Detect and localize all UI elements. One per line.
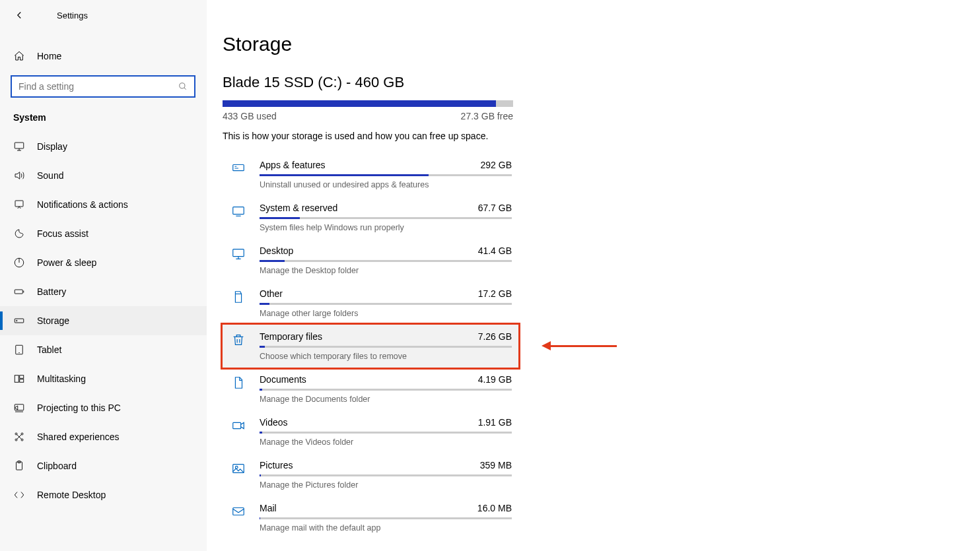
sound-icon [13,170,25,181]
search-input[interactable] [18,81,178,92]
category-apps[interactable]: Apps & features292 GBUninstall unused or… [223,153,518,196]
home-icon [13,50,25,62]
category-other[interactable]: Other17.2 GBManage other large folders [223,282,518,325]
category-bar [260,389,512,391]
svg-rect-9 [20,375,24,379]
category-desc: Manage the Pictures folder [260,480,512,490]
overall-stats: 433 GB used 27.3 GB free [223,111,513,121]
category-pictures[interactable]: Pictures359 MBManage the Pictures folder [223,453,518,496]
remote-icon [13,489,25,501]
sidebar-item-home[interactable]: Home [0,44,207,69]
sidebar-item-storage[interactable]: Storage [0,306,207,335]
sidebar-item-label: Remote Desktop [37,490,106,500]
category-list: Apps & features292 GBUninstall unused or… [223,153,518,539]
svg-rect-4 [15,290,22,294]
category-desktop[interactable]: Desktop41.4 GBManage the Desktop folder [223,239,518,282]
category-body: Pictures359 MBManage the Pictures folder [260,460,512,490]
category-desc: Uninstall unused or undesired apps & fea… [260,180,512,189]
category-label: Videos [260,417,288,428]
category-desc: System files help Windows run properly [260,223,512,232]
system-icon [229,203,248,232]
sidebar-item-battery[interactable]: Battery [0,277,207,306]
svg-rect-10 [20,379,24,383]
category-desc: Choose which temporary files to remove [260,352,512,361]
category-mail[interactable]: Mail16.0 MBManage mail with the default … [223,496,518,539]
sidebar-item-display[interactable]: Display [0,132,207,161]
sidebar-item-label: Focus assist [37,228,88,239]
sidebar-item-label: Display [37,141,67,152]
category-bar [260,303,512,305]
sidebar-item-label: Power & sleep [37,257,96,268]
category-temp[interactable]: Temporary files7.26 GBChoose which tempo… [223,325,518,368]
back-button[interactable] [13,9,25,21]
focus-icon [13,228,25,240]
category-size: 16.0 MB [477,503,512,513]
overall-usage-fill [223,100,496,107]
sidebar-item-shared[interactable]: Shared experiences [0,422,207,451]
category-size: 67.7 GB [478,203,512,213]
category-size: 41.4 GB [478,245,512,256]
search-box[interactable] [11,75,195,98]
category-label: Other [260,288,283,299]
search-wrap [0,69,207,104]
clipboard-icon [13,460,25,472]
sidebar-item-clipboard[interactable]: Clipboard [0,451,207,480]
arrow-line [551,345,617,347]
sidebar-item-label: Multitasking [37,373,86,384]
sidebar-item-focus[interactable]: Focus assist [0,219,207,248]
svg-point-23 [235,466,238,469]
main-content: Storage Blade 15 SSD (C:) - 460 GB 433 G… [207,0,980,551]
search-icon [178,82,188,91]
svg-point-0 [180,83,185,88]
display-icon [13,141,25,152]
category-desc: Manage the Desktop folder [260,266,512,275]
apps-icon [229,160,248,189]
category-body: Desktop41.4 GBManage the Desktop folder [260,245,512,275]
sidebar-item-multitasking[interactable]: Multitasking [0,364,207,393]
pictures-icon [229,460,248,490]
temp-icon [229,331,248,361]
free-label: 27.3 GB free [461,111,513,121]
category-desc: Manage mail with the default app [260,523,512,533]
annotation-arrow [542,341,617,350]
sidebar-item-sound[interactable]: Sound [0,161,207,190]
other-icon [229,288,248,318]
svg-rect-20 [233,249,244,257]
sidebar-item-label: Projecting to this PC [37,403,121,413]
overall-usage-bar [223,100,513,107]
category-label: System & reserved [260,203,337,213]
category-videos[interactable]: Videos1.91 GBManage the Videos folder [223,410,518,453]
category-label: Documents [260,374,306,385]
category-bar [260,474,512,476]
category-desc: Manage the Documents folder [260,395,512,404]
category-label: Desktop [260,245,293,256]
category-label: Mail [260,503,277,513]
sidebar: Settings Home System DisplaySoundNotific… [0,0,207,551]
category-documents[interactable]: Documents4.19 GBManage the Documents fol… [223,368,518,410]
category-body: Apps & features292 GBUninstall unused or… [260,160,512,189]
sidebar-item-label: Notifications & actions [37,199,128,210]
category-system[interactable]: System & reserved67.7 GBSystem files hel… [223,196,518,239]
sidebar-item-notifications[interactable]: Notifications & actions [0,190,207,219]
sidebar-item-remote[interactable]: Remote Desktop [0,480,207,509]
tablet-icon [13,344,25,356]
category-body: Documents4.19 GBManage the Documents fol… [260,374,512,404]
sidebar-item-label: Sound [37,170,63,181]
sidebar-item-tablet[interactable]: Tablet [0,335,207,364]
sidebar-item-projecting[interactable]: Projecting to this PC [0,393,207,422]
category-label: Pictures [260,460,293,470]
app-title: Settings [57,11,88,20]
sidebar-item-power[interactable]: Power & sleep [0,248,207,277]
shared-icon [13,431,25,443]
sidebar-item-label: Shared experiences [37,432,120,442]
svg-rect-18 [233,165,244,171]
mail-icon [229,503,248,533]
storage-icon [13,315,25,327]
category-bar [260,260,512,262]
sidebar-item-label: Storage [37,315,69,326]
page-title: Storage [223,33,980,55]
category-body: Temporary files7.26 GBChoose which tempo… [260,331,512,361]
videos-icon [229,417,248,447]
category-body: Mail16.0 MBManage mail with the default … [260,503,512,533]
notifications-icon [13,199,25,211]
